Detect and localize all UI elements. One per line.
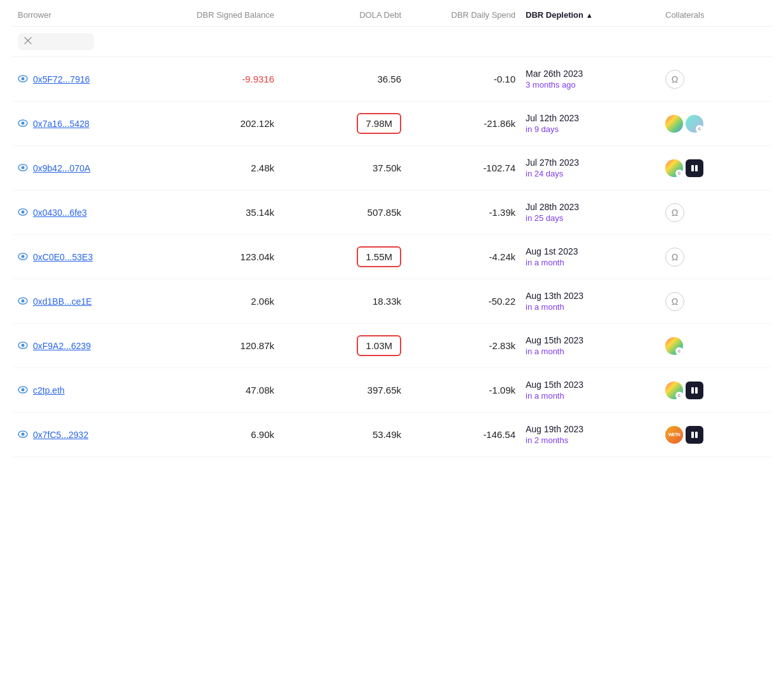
collateral-omega-icon: Ω (665, 248, 684, 267)
table-row: 0x7a16...5428 202.12k 7.98M -21.86k Jul … (13, 102, 771, 146)
dbr-daily-spend-value: -0.10 (494, 74, 515, 84)
borrower-address[interactable]: 0x9b42...070A (33, 163, 90, 173)
borrower-address[interactable]: 0xF9A2...6239 (33, 341, 91, 351)
dbr-balance-value: 2.06k (251, 296, 274, 307)
depletion-relative: 3 months ago (526, 80, 655, 90)
svg-rect-25 (695, 432, 698, 438)
svg-point-15 (22, 299, 25, 302)
collateral-rainbow-icon (665, 115, 683, 133)
col-header-dola-debt: DOLA Debt (279, 10, 406, 20)
dbr-balance-value: 120.87k (241, 340, 274, 351)
depletion-date: Aug 15th 2023 (526, 380, 655, 390)
collaterals-cell: c (660, 382, 755, 399)
collateral-dark-m-icon (686, 159, 703, 177)
dbr-daily-spend-cell: -21.86k (406, 118, 521, 129)
borrower-cell: 0x5F72...7916 (13, 74, 152, 84)
dbr-balance-cell: 2.48k (152, 163, 279, 173)
borrower-address[interactable]: 0xC0E0...53E3 (33, 252, 93, 262)
borrower-cell: 0xd1BB...ce1E (13, 296, 152, 307)
depletion-cell: Jul 28th 2023 in 25 days (521, 202, 660, 223)
eye-icon[interactable] (18, 385, 28, 395)
collateral-dark-m-icon (686, 426, 703, 444)
eye-icon[interactable] (18, 296, 28, 307)
dbr-daily-spend-cell: -1.09k (406, 385, 521, 395)
table-row: 0x9b42...070A 2.48k 37.50k -102.74 Jul 2… (13, 146, 771, 190)
borrower-address[interactable]: 0xd1BB...ce1E (33, 296, 92, 307)
dola-debt-cell: 397.65k (279, 385, 406, 395)
dbr-balance-cell: 2.06k (152, 296, 279, 307)
svg-rect-24 (691, 432, 694, 438)
eye-icon[interactable] (18, 74, 28, 84)
depletion-cell: Aug 15th 2023 in a month (521, 380, 660, 401)
collateral-omega-icon: Ω (665, 70, 684, 89)
dbr-balance-value: 123.04k (241, 251, 274, 262)
depletion-cell: Jul 27th 2023 in 24 days (521, 157, 660, 178)
dola-debt-highlighted: 1.03M (357, 335, 401, 356)
dola-debt-highlighted: 1.55M (357, 246, 401, 267)
table-body: 0x5F72...7916 -9.9316 36.56 -0.10 Mar 26… (13, 57, 771, 457)
depletion-cell: Aug 19th 2023 in 2 months (521, 424, 660, 445)
dbr-balance-cell: 35.14k (152, 207, 279, 218)
svg-point-5 (22, 121, 25, 124)
depletion-relative: in a month (526, 258, 655, 267)
collateral-icons: c (665, 337, 750, 355)
depletion-relative: in a month (526, 391, 655, 401)
dola-debt-value: 36.56 (377, 74, 401, 84)
eye-icon[interactable] (18, 119, 28, 129)
dbr-daily-spend-cell: -1.39k (406, 207, 521, 218)
depletion-date: Mar 26th 2023 (526, 69, 655, 79)
close-filter-icon[interactable] (24, 37, 32, 46)
filter-row (13, 27, 771, 57)
svg-point-17 (22, 343, 25, 347)
collateral-omega-icon: Ω (665, 203, 684, 222)
collateral-icons: WETN (665, 426, 750, 444)
col-header-collaterals: Collaterals (660, 10, 755, 20)
borrower-address[interactable]: 0x0430...6fe3 (33, 208, 87, 218)
collaterals-cell: c (660, 159, 755, 177)
dola-debt-cell: 53.49k (279, 429, 406, 440)
dbr-daily-spend-cell: -2.83k (406, 340, 521, 351)
eye-icon[interactable] (18, 430, 28, 440)
col-header-dbr-depletion[interactable]: DBR Depletion ▲ (521, 10, 660, 20)
depletion-relative: in 9 days (526, 124, 655, 134)
dbr-balance-value: 47.08k (246, 385, 274, 395)
dola-debt-highlighted: 7.98M (357, 113, 401, 134)
dbr-daily-spend-value: -1.09k (489, 385, 515, 395)
svg-point-19 (22, 388, 25, 391)
dola-debt-cell: 1.55M (279, 246, 406, 267)
borrower-address[interactable]: 0x7fC5...2932 (33, 430, 88, 440)
collateral-rainbow-c-icon: c (665, 159, 683, 177)
collaterals-cell: Ω (660, 203, 755, 222)
dbr-balance-cell: 202.12k (152, 118, 279, 129)
eye-icon[interactable] (18, 252, 28, 262)
dbr-daily-spend-cell: -102.74 (406, 163, 521, 173)
borrower-cell: 0x7a16...5428 (13, 119, 152, 129)
collateral-icons: c (665, 382, 750, 399)
borrower-address[interactable]: 0x7a16...5428 (33, 119, 90, 129)
depletion-relative: in 25 days (526, 213, 655, 223)
eye-icon[interactable] (18, 208, 28, 218)
dbr-balance-cell: 6.90k (152, 429, 279, 440)
filter-box[interactable] (18, 33, 94, 50)
dbr-daily-spend-cell: -50.22 (406, 296, 521, 307)
borrower-address[interactable]: 0x5F72...7916 (33, 74, 90, 84)
svg-point-23 (22, 432, 25, 435)
eye-icon[interactable] (18, 341, 28, 351)
depletion-relative: in a month (526, 347, 655, 356)
table-row: 0x7fC5...2932 6.90k 53.49k -146.54 Aug 1… (13, 413, 771, 457)
borrower-cell: 0x9b42...070A (13, 163, 152, 173)
collateral-rainbow-c-icon: c (665, 382, 683, 399)
collateral-icons: Ω (665, 203, 750, 222)
table-row: 0xC0E0...53E3 123.04k 1.55M -4.24k Aug 1… (13, 235, 771, 279)
dbr-daily-spend-value: -21.86k (484, 118, 515, 129)
borrower-address[interactable]: c2tp.eth (33, 385, 65, 395)
dbr-daily-spend-value: -146.54 (483, 429, 515, 440)
collaterals-cell: Ω (660, 292, 755, 311)
collateral-dark-m-icon (686, 382, 703, 399)
collaterals-cell: c (660, 115, 755, 133)
collateral-icons: c (665, 159, 750, 177)
table-row: 0x0430...6fe3 35.14k 507.85k -1.39k Jul … (13, 190, 771, 235)
sort-arrow-icon: ▲ (586, 11, 593, 19)
dola-debt-value: 53.49k (373, 429, 401, 440)
eye-icon[interactable] (18, 163, 28, 173)
